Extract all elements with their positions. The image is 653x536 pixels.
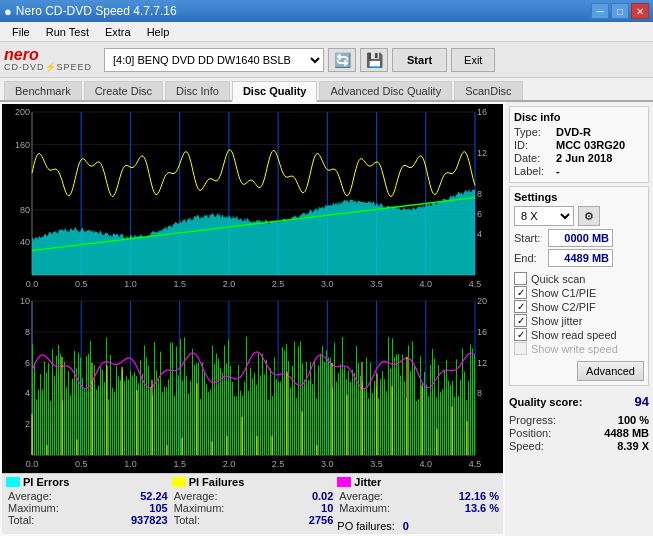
pi-failures-data: Average: 0.02 Maximum: 10 Total: 2756 xyxy=(174,490,334,526)
menu-help[interactable]: Help xyxy=(139,24,178,40)
cdspeed-brand: CD·DVD⚡SPEED xyxy=(4,63,92,72)
drive-select[interactable]: [4:0] BENQ DVD DD DW1640 BSLB xyxy=(104,48,324,72)
show-write-speed-checkbox xyxy=(514,342,527,355)
pi-failures-avg-val: 0.02 xyxy=(312,490,333,502)
disc-type-value: DVD-R xyxy=(556,126,591,138)
pi-failures-label: PI Failures xyxy=(189,476,245,488)
pi-errors-avg-label: Average: xyxy=(8,490,52,502)
pi-errors-color xyxy=(6,477,20,487)
position-label: Position: xyxy=(509,427,551,439)
speed-row: 8 X ⚙ xyxy=(514,206,644,226)
show-c1pie-row: ✓ Show C1/PIE xyxy=(514,286,644,299)
pi-errors-max-label: Maximum: xyxy=(8,502,59,514)
quality-score-label: Quality score: xyxy=(509,396,582,408)
tab-disc-quality[interactable]: Disc Quality xyxy=(232,81,318,102)
title-bar: ● Nero CD-DVD Speed 4.7.7.16 ─ □ ✕ xyxy=(0,0,653,22)
show-read-speed-row: ✓ Show read speed xyxy=(514,328,644,341)
speed-label: Speed: xyxy=(509,440,544,452)
pi-failures-max-label: Maximum: xyxy=(174,502,225,514)
speed-select[interactable]: 8 X xyxy=(514,206,574,226)
disc-date-label: Date: xyxy=(514,152,552,164)
title-bar-controls: ─ □ ✕ xyxy=(591,3,649,19)
pi-errors-max: Maximum: 105 xyxy=(8,502,168,514)
minimize-button[interactable]: ─ xyxy=(591,3,609,19)
speed-value: 8.39 X xyxy=(617,440,649,452)
pi-failures-header: PI Failures xyxy=(172,476,334,488)
pi-failures-total-val: 2756 xyxy=(309,514,333,526)
disc-label-row: Label: - xyxy=(514,165,644,177)
menu-extra[interactable]: Extra xyxy=(97,24,139,40)
tab-create-disc[interactable]: Create Disc xyxy=(84,81,163,100)
settings-title: Settings xyxy=(514,191,644,203)
progress-label: Progress: xyxy=(509,414,556,426)
maximize-button[interactable]: □ xyxy=(611,3,629,19)
refresh-button[interactable]: 🔄 xyxy=(328,48,356,72)
app-title: Nero CD-DVD Speed 4.7.7.16 xyxy=(16,4,177,18)
title-bar-text: ● Nero CD-DVD Speed 4.7.7.16 xyxy=(4,4,177,19)
show-read-speed-checkbox[interactable]: ✓ xyxy=(514,328,527,341)
show-write-speed-row: Show write speed xyxy=(514,342,644,355)
quick-scan-row: Quick scan xyxy=(514,272,644,285)
disc-info-title: Disc info xyxy=(514,111,644,123)
exit-button[interactable]: Exit xyxy=(451,48,495,72)
nero-logo: nero CD·DVD⚡SPEED xyxy=(4,47,92,72)
disc-id-row: ID: MCC 03RG20 xyxy=(514,139,644,151)
jitter-label: Jitter xyxy=(354,476,381,488)
jitter-color xyxy=(337,477,351,487)
disc-info-section: Disc info Type: DVD-R ID: MCC 03RG20 Dat… xyxy=(509,106,649,183)
jitter-data: Average: 12.16 % Maximum: 13.6 % xyxy=(339,490,499,514)
position-value: 4488 MB xyxy=(604,427,649,439)
charts-container xyxy=(2,104,503,473)
pi-errors-max-val: 105 xyxy=(149,502,167,514)
close-button[interactable]: ✕ xyxy=(631,3,649,19)
legend-pi-failures: PI Failures Average: 0.02 Maximum: 10 To… xyxy=(172,476,334,532)
pi-errors-header: PI Errors xyxy=(6,476,168,488)
show-c1pie-label: Show C1/PIE xyxy=(531,287,596,299)
disc-type-label: Type: xyxy=(514,126,552,138)
show-c2pif-row: ✓ Show C2/PIF xyxy=(514,300,644,313)
show-c2pif-checkbox[interactable]: ✓ xyxy=(514,300,527,313)
tab-scan-disc[interactable]: ScanDisc xyxy=(454,81,522,100)
show-jitter-checkbox[interactable]: ✓ xyxy=(514,314,527,327)
speed-row-prog: Speed: 8.39 X xyxy=(509,440,649,452)
pi-errors-label: PI Errors xyxy=(23,476,69,488)
start-input[interactable] xyxy=(548,229,613,247)
menu-run-test[interactable]: Run Test xyxy=(38,24,97,40)
chart-section: PI Errors Average: 52.24 Maximum: 105 To… xyxy=(0,102,505,536)
save-button[interactable]: 💾 xyxy=(360,48,388,72)
pi-errors-avg-val: 52.24 xyxy=(140,490,168,502)
pi-errors-total: Total: 937823 xyxy=(8,514,168,526)
progress-section: Progress: 100 % Position: 4488 MB Speed:… xyxy=(509,414,649,453)
quick-scan-checkbox[interactable] xyxy=(514,272,527,285)
end-input[interactable] xyxy=(548,249,613,267)
tab-disc-info[interactable]: Disc Info xyxy=(165,81,230,100)
advanced-button[interactable]: Advanced xyxy=(577,361,644,381)
tab-advanced-disc-quality[interactable]: Advanced Disc Quality xyxy=(319,81,452,100)
position-row: Position: 4488 MB xyxy=(509,427,649,439)
legend-jitter: Jitter Average: 12.16 % Maximum: 13.6 % … xyxy=(337,476,499,532)
show-c1pie-checkbox[interactable]: ✓ xyxy=(514,286,527,299)
show-jitter-label: Show jitter xyxy=(531,315,582,327)
toolbar: nero CD·DVD⚡SPEED [4:0] BENQ DVD DD DW16… xyxy=(0,42,653,78)
disc-date-value: 2 Jun 2018 xyxy=(556,152,612,164)
show-read-speed-label: Show read speed xyxy=(531,329,617,341)
speed-config-button[interactable]: ⚙ xyxy=(578,206,600,226)
show-c2pif-label: Show C2/PIF xyxy=(531,301,596,313)
pi-failures-avg-label: Average: xyxy=(174,490,218,502)
pi-failures-total-label: Total: xyxy=(174,514,200,526)
nero-brand: nero xyxy=(4,47,92,63)
disc-id-value: MCC 03RG20 xyxy=(556,139,625,151)
pi-errors-data: Average: 52.24 Maximum: 105 Total: 93782… xyxy=(8,490,168,526)
start-label: Start: xyxy=(514,232,544,244)
jitter-avg-val: 12.16 % xyxy=(459,490,499,502)
pi-failures-color xyxy=(172,477,186,487)
start-button[interactable]: Start xyxy=(392,48,447,72)
tab-benchmark[interactable]: Benchmark xyxy=(4,81,82,100)
disc-date-row: Date: 2 Jun 2018 xyxy=(514,152,644,164)
quick-scan-label: Quick scan xyxy=(531,273,585,285)
progress-value: 100 % xyxy=(618,414,649,426)
menu-file[interactable]: File xyxy=(4,24,38,40)
disc-label-label: Label: xyxy=(514,165,552,177)
end-row: End: xyxy=(514,249,644,267)
po-failures: PO failures: 0 xyxy=(337,518,499,532)
